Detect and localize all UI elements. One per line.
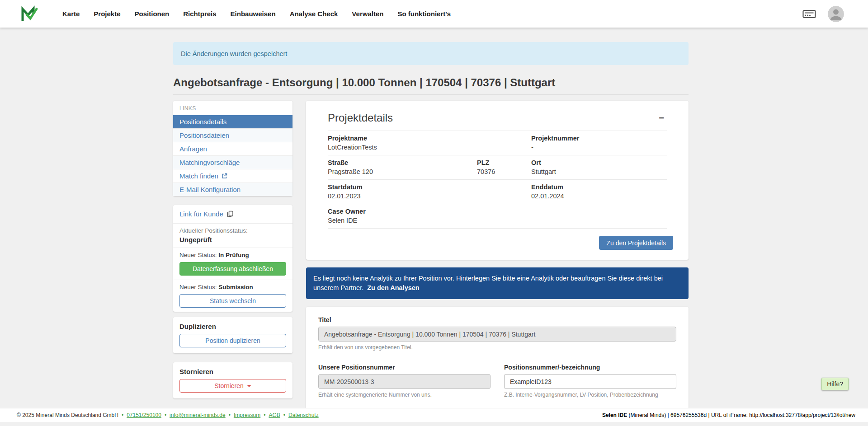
footer-link-impressum[interactable]: Impressum	[234, 412, 260, 418]
next-status-1: Neuer Status: In Prüfung	[179, 252, 286, 258]
unsere-positionsnummer-label: Unsere Positionsnummer	[318, 364, 491, 371]
field-value: Selen IDE	[328, 217, 667, 224]
next-status-label: Neuer Status:	[179, 284, 218, 290]
nav-item-richtpreis[interactable]: Richtpreis	[183, 10, 216, 18]
next-status-2: Neuer Status: Submission	[179, 284, 286, 290]
positionsnummer-input[interactable]	[504, 374, 676, 389]
next-status-value: In Prüfung	[218, 252, 249, 258]
sidebar-item-label: Match finden	[179, 172, 218, 180]
sidebar-links-card: LINKS Positionsdetails Positionsdateien …	[173, 101, 292, 196]
separator-dot	[264, 412, 265, 418]
separator-dot	[229, 412, 231, 418]
sidebar-item-label: Positionsdateien	[179, 131, 229, 139]
separator-dot	[122, 412, 123, 418]
nav-right-actions	[802, 6, 844, 22]
nav-item-projekte[interactable]: Projekte	[94, 10, 120, 18]
field-label: Startdatum	[328, 183, 531, 191]
field-value: LotCreationTests	[328, 144, 531, 151]
external-link-icon	[222, 173, 227, 179]
link-fuer-kunde-label: Link für Kunde	[179, 210, 223, 218]
analytics-banner: Es liegt noch keine Analytik zu Ihrer Po…	[306, 267, 689, 299]
position-duplizieren-button[interactable]: Position duplizieren	[179, 334, 286, 347]
sidebar-item-anfragen[interactable]: Anfragen	[173, 142, 292, 155]
sidebar-link-list: Positionsdetails Positionsdateien Anfrag…	[173, 115, 292, 196]
caret-down-icon	[247, 385, 251, 387]
position-form-card: Titel Erhält den von uns vorgegebenen Ti…	[306, 307, 689, 411]
nav-item-verwalten[interactable]: Verwalten	[352, 10, 383, 18]
nav-item-positionen[interactable]: Positionen	[135, 10, 170, 18]
copy-icon[interactable]	[227, 211, 233, 217]
stornieren-button-label: Stornieren	[214, 382, 244, 389]
page-content: Die Änderungen wurden gespeichert Angebo…	[173, 28, 689, 411]
field-label: PLZ	[477, 159, 531, 166]
sidebar-item-matchingvorschlaege[interactable]: Matchingvorschläge	[173, 155, 292, 169]
sidebar-item-label: Positionsdetails	[179, 118, 226, 126]
field-value: Pragstraße 120	[328, 168, 477, 175]
zu-den-analysen-link[interactable]: Zu den Analysen	[367, 284, 419, 291]
field-label: Projektnummer	[531, 135, 667, 142]
footer: © 2025 Mineral Minds Deutschland GmbH 07…	[0, 408, 868, 422]
copyright-text: © 2025 Mineral Minds Deutschland GmbH	[17, 412, 118, 418]
duplicate-card: Duplizieren Position duplizieren	[173, 317, 292, 353]
cancel-card: Stornieren Stornieren	[173, 362, 292, 398]
table-row: Case Owner Selen IDE	[328, 204, 667, 229]
status-wechseln-button[interactable]: Status wechseln	[179, 294, 286, 308]
card-reader-icon[interactable]	[802, 9, 816, 19]
footer-link-datenschutz[interactable]: Datenschutz	[288, 412, 319, 418]
positionsnummer-field: Positionsnummer/-bezeichnung Z.B. Intern…	[504, 364, 676, 398]
field-startdatum: Startdatum 02.01.2023	[328, 183, 531, 200]
field-label: Ort	[531, 159, 667, 166]
user-avatar[interactable]	[828, 6, 844, 22]
nav-item-so-funktionierts[interactable]: So funktioniert's	[397, 10, 451, 18]
sidebar-item-positionsdateien[interactable]: Positionsdateien	[173, 128, 292, 142]
status-card: Link für Kunde Aktueller Positionsstatus…	[173, 205, 292, 312]
sidebar-item-label: Anfragen	[179, 145, 207, 153]
mineral-minds-logo-icon[interactable]	[20, 5, 39, 23]
positionsnummer-helper: Z.B. Interne-Vorgangsnummer, LV-Position…	[504, 392, 676, 398]
footer-link-email[interactable]: info@mineral-minds.de	[170, 412, 226, 418]
nav-item-karte[interactable]: Karte	[62, 10, 80, 18]
field-projektname: Projektname LotCreationTests	[328, 135, 531, 151]
stornieren-button[interactable]: Stornieren	[179, 379, 286, 393]
field-projektnummer: Projektnummer -	[531, 135, 667, 151]
main-panel: Projektdetails − Projektname LotCreation…	[306, 101, 689, 411]
field-value: 02.01.2024	[531, 192, 667, 200]
table-row: Startdatum 02.01.2023 Enddatum 02.01.202…	[328, 179, 667, 204]
footer-link-agb[interactable]: AGB	[269, 412, 280, 418]
main-nav: Karte Projekte Positionen Richtpreis Ein…	[62, 10, 451, 18]
nav-item-einbauweisen[interactable]: Einbauweisen	[231, 10, 276, 18]
positionsnummer-label: Positionsnummer/-bezeichnung	[504, 364, 676, 371]
nav-item-analyse-check[interactable]: Analyse Check	[290, 10, 338, 18]
sidebar: LINKS Positionsdetails Positionsdateien …	[173, 101, 292, 398]
top-navigation: Karte Projekte Positionen Richtpreis Ein…	[0, 0, 868, 28]
field-label: Projektname	[328, 135, 531, 142]
link-fuer-kunde[interactable]: Link für Kunde	[179, 209, 233, 219]
titel-helper: Erhält den von uns vorgegebenen Titel.	[318, 344, 676, 351]
field-value: Stuttgart	[531, 168, 667, 175]
analytics-banner-text: Es liegt noch keine Analytik zu Ihrer Po…	[313, 275, 663, 291]
datenerfassung-abschliessen-button[interactable]: Datenerfassung abschließen	[179, 262, 286, 276]
sidebar-item-positionsdetails[interactable]: Positionsdetails	[173, 115, 292, 128]
current-status-label: Aktueller Positionsstatus:	[179, 227, 286, 234]
footer-link-phone[interactable]: 07151/250100	[127, 412, 161, 418]
duplicate-card-title: Duplizieren	[179, 323, 286, 330]
unsere-positionsnummer-helper: Erhält eine systemgenerierte Nummer von …	[318, 392, 491, 398]
unsere-positionsnummer-field: Unsere Positionsnummer Erhält eine syste…	[318, 364, 491, 398]
field-value: 70376	[477, 168, 531, 175]
help-button[interactable]: Hilfe?	[821, 378, 849, 390]
table-row: Straße Pragstraße 120 PLZ 70376 Ort Stut…	[328, 155, 667, 179]
sidebar-item-email-konfiguration[interactable]: E-Mail Konfiguration	[173, 183, 292, 196]
sidebar-item-match-finden[interactable]: Match finden	[173, 169, 292, 183]
footer-user-name: Selen IDE	[602, 412, 627, 418]
collapse-icon[interactable]: −	[656, 112, 667, 123]
zu-den-projektdetails-button[interactable]: Zu den Projektdetails	[599, 236, 673, 250]
field-enddatum: Enddatum 02.01.2024	[531, 183, 667, 200]
unsere-positionsnummer-input	[318, 374, 491, 389]
field-label: Case Owner	[328, 208, 667, 215]
project-details-table: Projektname LotCreationTests Projektnumm…	[328, 131, 667, 229]
sidebar-item-label: E-Mail Konfiguration	[179, 186, 241, 193]
project-details-card: Projektdetails − Projektname LotCreation…	[306, 101, 689, 260]
field-strasse: Straße Pragstraße 120	[328, 159, 477, 175]
field-label: Straße	[328, 159, 477, 166]
field-ort: Ort Stuttgart	[531, 159, 667, 175]
